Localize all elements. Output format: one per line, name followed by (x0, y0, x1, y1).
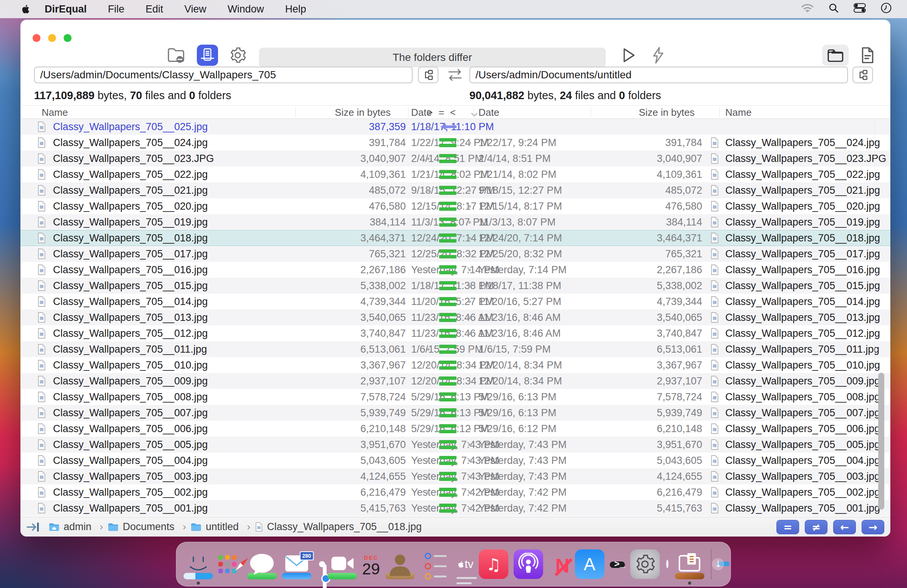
table-row[interactable]: Classy_Wallpapers_705__006.jpg 6,210,148… (21, 421, 890, 437)
right-path-input[interactable] (470, 67, 848, 83)
table-row[interactable]: Classy_Wallpapers_705__014.jpg 4,739,344… (21, 294, 890, 310)
table-row[interactable]: Classy_Wallpapers_705__018.jpg 3,464,371… (21, 230, 890, 246)
control-center-icon[interactable] (853, 3, 866, 16)
dock-news-icon[interactable]: N (548, 554, 570, 577)
previous-difference-button[interactable]: ← (833, 520, 856, 534)
file-name-right: Classy_Wallpapers_705__006.jpg (725, 421, 880, 437)
menu-bar: DirEqual File Edit View Window Help (0, 0, 907, 18)
breadcrumb-item-file[interactable]: Classy_Wallpapers_705__018.jpg (255, 521, 422, 533)
table-row[interactable]: Classy_Wallpapers_705__005.jpg 3,951,670… (21, 437, 890, 452)
dock-facetime-icon[interactable] (327, 573, 357, 579)
table-row[interactable]: Classy_Wallpapers_705__020.jpg 476,580 1… (21, 198, 890, 214)
table-row[interactable]: Classy_Wallpapers_705__023.JPG 3,040,907… (21, 150, 890, 166)
next-difference-button[interactable]: → (862, 520, 884, 534)
swap-paths-icon[interactable] (445, 67, 465, 83)
dock-reminders-icon[interactable] (420, 553, 447, 580)
table-row[interactable]: Classy_Wallpapers_705__003.jpg 4,124,655… (21, 468, 890, 484)
table-row[interactable]: Classy_Wallpapers_705__024.jpg 391,784 1… (21, 135, 890, 150)
table-row[interactable]: Classy_Wallpapers_705__001.jpg 5,415,763… (21, 500, 890, 516)
table-row[interactable]: Classy_Wallpapers_705__019.jpg 384,114 1… (21, 214, 890, 230)
compare-button[interactable] (197, 45, 218, 66)
header-date-right[interactable]: Date (479, 107, 499, 118)
menu-item-edit[interactable]: Edit (146, 3, 163, 15)
dock-calendar-icon[interactable]: DEC29 (362, 554, 380, 577)
apple-menu-icon[interactable] (21, 4, 29, 14)
table-row[interactable]: Classy_Wallpapers_705__002.jpg 6,216,479… (21, 484, 890, 500)
dock-launchpad-icon[interactable] (218, 555, 237, 573)
dock-appstore-icon[interactable]: A (575, 550, 604, 579)
table-row[interactable]: Classy_Wallpapers_705__022.jpg 4,109,361… (21, 166, 890, 182)
file-icon (710, 375, 719, 387)
dock-blue-mountain-app-icon[interactable] (665, 561, 670, 567)
file-size-right: 5,338,002 (596, 278, 702, 294)
file-size-left: 6,216,479 (301, 484, 406, 500)
zoom-button[interactable] (64, 34, 72, 42)
file-name-right: Classy_Wallpapers_705__008.jpg (725, 389, 880, 405)
equal-status-icon (439, 297, 457, 308)
breadcrumb-item-admin[interactable]: admin › (48, 521, 107, 533)
reveal-in-finder-icon[interactable] (27, 521, 40, 533)
show-equal-button[interactable]: = (776, 520, 799, 534)
file-icon (37, 502, 46, 514)
compare-dot-left (427, 475, 429, 478)
spotlight-search-icon[interactable] (828, 3, 839, 16)
exclude-folder-button[interactable] (167, 45, 186, 66)
menu-item-window[interactable]: Window (228, 3, 264, 15)
vertical-scrollbar[interactable] (878, 373, 884, 510)
file-icon (37, 439, 46, 450)
left-path-input[interactable] (34, 67, 413, 83)
header-compare[interactable]: > = < (420, 107, 465, 118)
close-button[interactable] (32, 34, 40, 42)
left-browse-button[interactable] (418, 67, 438, 83)
show-not-equal-button[interactable]: ≠ (805, 520, 827, 534)
menu-item-view[interactable]: View (184, 3, 206, 15)
file-size-left: 6,513,061 (301, 341, 406, 357)
menu-item-help[interactable]: Help (285, 3, 306, 15)
table-row[interactable]: Classy_Wallpapers_705__016.jpg 2,267,186… (21, 262, 890, 278)
equal-status-icon (439, 313, 457, 324)
compare-dot-left (427, 157, 429, 160)
dock-terminal-icon[interactable]: >_ (609, 561, 625, 568)
table-row[interactable]: Classy_Wallpapers_705__009.jpg 2,937,107… (21, 373, 890, 389)
dock-contacts-icon[interactable] (385, 573, 415, 579)
table-row[interactable]: Classy_Wallpapers_705__011.jpg 6,513,061… (21, 341, 890, 357)
table-row[interactable]: Classy_Wallpapers_705__013.jpg 3,540,065… (21, 310, 890, 325)
right-browse-button[interactable] (853, 67, 873, 83)
header-size-left[interactable]: Size in bytes (301, 107, 406, 118)
menu-app-name[interactable]: DirEqual (45, 3, 87, 15)
wifi-icon[interactable] (801, 3, 814, 16)
table-row[interactable]: Classy_Wallpapers_705__017.jpg 765,321 1… (21, 246, 890, 262)
clock-icon[interactable] (880, 2, 892, 16)
table-row[interactable]: Classy_Wallpapers_705__025.jpg 387,359 1… (21, 119, 890, 135)
minimize-button[interactable] (48, 34, 56, 42)
breadcrumb-item-documents[interactable]: Documents › (107, 521, 191, 533)
table-row[interactable]: Classy_Wallpapers_705__012.jpg 3,740,847… (21, 325, 890, 341)
settings-gear-icon[interactable] (228, 45, 248, 66)
dock-music-icon[interactable]: ♫ (479, 550, 508, 579)
table-row[interactable]: Classy_Wallpapers_705__004.jpg 5,043,605… (21, 452, 890, 468)
dock-system-preferences-icon[interactable] (630, 550, 660, 579)
dock-mail-icon[interactable] (282, 573, 312, 579)
table-row[interactable]: Classy_Wallpapers_705__010.jpg 3,367,967… (21, 357, 890, 373)
dock-podcasts-icon[interactable] (514, 550, 543, 579)
file-icon (37, 423, 46, 435)
header-size-right[interactable]: Size in bytes (596, 107, 702, 118)
table-row[interactable]: Classy_Wallpapers_705__015.jpg 5,338,002… (21, 278, 890, 294)
table-row[interactable]: Classy_Wallpapers_705__008.jpg 7,578,724… (21, 389, 890, 405)
file-icon (37, 137, 46, 148)
table-row[interactable]: Classy_Wallpapers_705__021.jpg 485,072 9… (21, 182, 890, 198)
header-name-left[interactable]: Name (42, 107, 68, 118)
dock-messages-icon[interactable] (247, 573, 277, 579)
file-icon (710, 248, 719, 260)
dock-direqual-icon[interactable] (675, 573, 705, 579)
report-document-button[interactable] (857, 45, 878, 66)
breadcrumb-item-untitled[interactable]: untitled › (191, 521, 255, 533)
dock-appletv-icon[interactable]: tv (457, 558, 474, 570)
dock-finder-icon[interactable] (184, 573, 213, 579)
menu-item-file[interactable]: File (108, 3, 125, 15)
run-comparison-button[interactable] (619, 45, 638, 66)
show-folders-button[interactable] (822, 45, 849, 66)
quick-compare-bolt-button[interactable] (648, 45, 668, 66)
header-name-right[interactable]: Name (725, 107, 752, 118)
table-row[interactable]: Classy_Wallpapers_705__007.jpg 5,939,749… (21, 405, 890, 421)
